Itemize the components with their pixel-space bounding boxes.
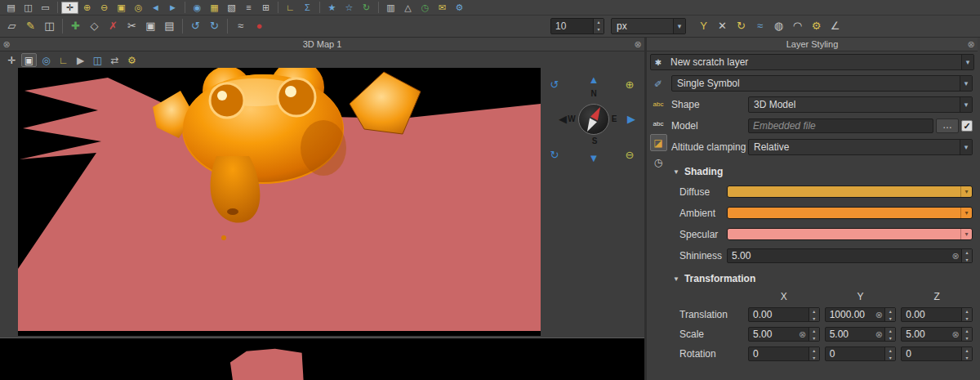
spin-down-icon[interactable]: ▾ bbox=[885, 335, 895, 342]
shape-select[interactable]: 3D Model ▾ bbox=[748, 96, 973, 113]
rotation-x-spinbox[interactable]: 0 ▴▾ bbox=[748, 346, 820, 361]
spin-up-icon[interactable]: ▴ bbox=[962, 347, 972, 355]
measure-angle-icon[interactable]: ∠ bbox=[826, 18, 844, 34]
zoom-full-icon[interactable]: ▣ bbox=[21, 53, 37, 67]
zoom-in-icon[interactable]: ⊕ bbox=[78, 2, 96, 14]
spin-down-icon[interactable]: ▾ bbox=[962, 355, 972, 362]
map-canvas-2d[interactable] bbox=[0, 338, 644, 380]
masks-tab[interactable]: abc bbox=[650, 114, 667, 132]
export-scene-icon[interactable]: ⇄ bbox=[107, 53, 122, 67]
current-edits-icon[interactable]: ▱ bbox=[2, 18, 21, 34]
symbology-tab[interactable]: ✐ bbox=[650, 75, 667, 92]
shading-group-header[interactable]: ▼ Shading bbox=[671, 166, 973, 177]
zoom-out-icon[interactable]: ⊖ bbox=[96, 2, 113, 14]
stroke-width-spinbox[interactable]: 10 ▴ ▾ bbox=[550, 18, 604, 34]
processing-toolbox-icon[interactable]: ⚙ bbox=[451, 2, 468, 14]
cut-features-icon[interactable]: ✂ bbox=[122, 18, 141, 34]
clear-icon[interactable]: ⊗ bbox=[873, 308, 884, 321]
clear-icon[interactable]: ⊗ bbox=[950, 249, 961, 262]
new-map-view-icon[interactable]: ▥ bbox=[382, 2, 399, 14]
zoom-last-icon[interactable]: ◄ bbox=[147, 2, 164, 14]
identify-features-icon[interactable]: ◉ bbox=[189, 2, 206, 14]
spin-up-icon[interactable]: ▴ bbox=[885, 347, 895, 355]
symbol-type-select[interactable]: Single Symbol ▾ bbox=[671, 75, 973, 92]
camera-up-button[interactable]: ▲ bbox=[586, 73, 601, 87]
rotation-z-spinbox[interactable]: 0 ▴▾ bbox=[901, 346, 973, 361]
camera-pan-icon[interactable]: ✛ bbox=[4, 53, 20, 67]
altitude-clamping-select[interactable]: Relative ▾ bbox=[748, 139, 973, 155]
vertex-tool-icon[interactable]: ◇ bbox=[85, 18, 104, 34]
merge-features-icon[interactable]: ✕ bbox=[713, 18, 732, 34]
model-file-input[interactable]: Embedded file bbox=[748, 118, 933, 133]
spin-up-icon[interactable]: ▴ bbox=[962, 308, 972, 315]
spin-down-icon[interactable]: ▾ bbox=[962, 315, 972, 323]
scale-z-spinbox[interactable]: 5.00 ⊗ ▴▾ bbox=[901, 327, 973, 342]
deselect-features-icon[interactable]: ▧ bbox=[223, 2, 240, 14]
attribute-table-icon[interactable]: ≡ bbox=[240, 2, 257, 14]
history-tab[interactable]: ◷ bbox=[650, 154, 667, 171]
layer-selector[interactable]: ✱ New scratch layer ▾ bbox=[650, 54, 974, 70]
print-layout-icon[interactable]: ▭ bbox=[37, 2, 54, 14]
spin-up-icon[interactable]: ▴ bbox=[962, 249, 972, 257]
camera-settings-icon[interactable]: ⚙ bbox=[124, 53, 140, 67]
delete-selected-icon[interactable]: ✗ bbox=[104, 18, 122, 34]
select-features-icon[interactable]: ▦ bbox=[206, 2, 223, 14]
clear-icon[interactable]: ⊗ bbox=[797, 328, 808, 341]
field-calculator-icon[interactable]: ⊞ bbox=[257, 2, 274, 14]
statistics-icon[interactable]: Σ bbox=[299, 2, 316, 14]
show-bookmarks-icon[interactable]: ☆ bbox=[341, 2, 358, 14]
paste-features-icon[interactable]: ▤ bbox=[160, 18, 179, 34]
spinbox-steppers[interactable]: ▴▾ bbox=[884, 328, 895, 341]
compass[interactable] bbox=[578, 104, 609, 135]
labels-tab[interactable]: abc bbox=[650, 95, 667, 112]
spin-up-icon[interactable]: ▴ bbox=[594, 19, 604, 26]
temporal-controller-icon[interactable]: ◷ bbox=[416, 2, 434, 14]
close-icon[interactable]: ⊗ bbox=[0, 39, 13, 50]
browse-button[interactable]: … bbox=[936, 118, 959, 133]
spin-up-icon[interactable]: ▴ bbox=[885, 308, 895, 315]
zoom-out-icon[interactable]: ⊖ bbox=[622, 148, 637, 163]
undo-icon[interactable]: ↺ bbox=[186, 18, 205, 34]
spin-down-icon[interactable]: ▾ bbox=[809, 315, 819, 323]
save-project-icon[interactable]: ◫ bbox=[20, 2, 37, 14]
spin-up-icon[interactable]: ▴ bbox=[809, 308, 819, 315]
zoom-to-selection-icon[interactable]: ◎ bbox=[130, 2, 147, 14]
scale-y-spinbox[interactable]: 5.00 ⊗ ▴▾ bbox=[825, 327, 897, 342]
view-3d-tab[interactable]: ◪ bbox=[650, 134, 667, 151]
open-project-icon[interactable]: ▤ bbox=[2, 2, 20, 14]
translation-y-spinbox[interactable]: 1000.00 ⊗ ▴▾ bbox=[825, 307, 897, 322]
spinbox-steppers[interactable]: ▴▾ bbox=[961, 308, 972, 321]
clear-icon[interactable]: ⊗ bbox=[950, 328, 961, 341]
spin-down-icon[interactable]: ▾ bbox=[885, 315, 895, 323]
spin-up-icon[interactable]: ▴ bbox=[809, 347, 819, 355]
add-feature-icon[interactable]: ✚ bbox=[66, 18, 85, 34]
rotate-ccw-icon[interactable]: ↺ bbox=[547, 78, 562, 92]
spinbox-steppers[interactable]: ▴ ▾ bbox=[961, 249, 972, 262]
spinbox-steppers[interactable]: ▴▾ bbox=[808, 347, 819, 360]
camera-right-button[interactable]: ▶ bbox=[624, 112, 639, 127]
spin-up-icon[interactable]: ▴ bbox=[962, 328, 972, 335]
zoom-in-icon[interactable]: ⊕ bbox=[622, 78, 637, 92]
spinbox-steppers[interactable]: ▴▾ bbox=[961, 328, 972, 341]
camera-down-button[interactable]: ▼ bbox=[586, 151, 601, 166]
add-ring-icon[interactable]: ◍ bbox=[769, 18, 788, 34]
measure-line-icon[interactable]: ∟ bbox=[56, 53, 71, 67]
spin-down-icon[interactable]: ▾ bbox=[809, 335, 819, 342]
spin-down-icon[interactable]: ▾ bbox=[809, 355, 819, 362]
rotate-cw-icon[interactable]: ↻ bbox=[547, 148, 562, 163]
spinbox-steppers[interactable]: ▴▾ bbox=[884, 308, 895, 321]
copy-features-icon[interactable]: ▣ bbox=[141, 18, 160, 34]
log-messages-icon[interactable]: ✉ bbox=[434, 2, 451, 14]
identify-icon[interactable]: ◎ bbox=[38, 53, 54, 67]
zoom-next-icon[interactable]: ► bbox=[164, 2, 181, 14]
spin-up-icon[interactable]: ▴ bbox=[809, 328, 819, 335]
spin-down-icon[interactable]: ▾ bbox=[962, 257, 972, 264]
spinbox-steppers[interactable]: ▴▾ bbox=[961, 347, 972, 360]
ambient-color-button[interactable]: ▾ bbox=[727, 207, 973, 219]
split-features-icon[interactable]: Y bbox=[694, 18, 713, 34]
close-icon[interactable]: ⊗ bbox=[631, 39, 644, 50]
embed-checkbox[interactable]: ✓ bbox=[961, 120, 973, 132]
spin-up-icon[interactable]: ▴ bbox=[885, 328, 895, 335]
specular-color-button[interactable]: ▾ bbox=[727, 228, 973, 240]
close-icon[interactable]: ⊗ bbox=[964, 39, 978, 50]
